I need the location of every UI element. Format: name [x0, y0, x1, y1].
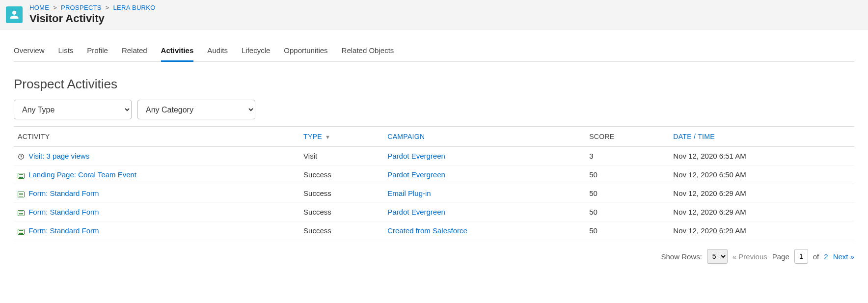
breadcrumb-sep: > [106, 4, 109, 11]
cell-campaign: Pardot Evergreen [383, 147, 585, 165]
type-filter-select[interactable]: Any Type [14, 100, 132, 119]
breadcrumb-name[interactable]: LERA BURKO [113, 4, 156, 11]
col-activity: ACTIVITY [14, 127, 299, 147]
sort-down-icon: ▼ [325, 134, 330, 140]
col-score: SCORE [585, 127, 669, 147]
show-rows-label: Show Rows: [661, 252, 702, 261]
page-input[interactable] [794, 249, 808, 264]
tab-related-objects[interactable]: Related Objects [342, 39, 394, 61]
activity-link[interactable]: Form: Standard Form [28, 189, 99, 197]
activity-link[interactable]: Form: Standard Form [28, 208, 99, 216]
cell-activity: Form: Standard Form [14, 203, 299, 221]
table-row: Form: Standard FormSuccessEmail Plug-in5… [14, 184, 854, 203]
cell-activity: Landing Page: Coral Team Event [14, 165, 299, 184]
activity-link[interactable]: Form: Standard Form [28, 226, 99, 235]
next-link[interactable]: Next » [833, 252, 854, 261]
page-total[interactable]: 2 [824, 252, 828, 261]
col-type[interactable]: TYPE ▼ [299, 127, 383, 147]
cell-datetime: Nov 12, 2020 6:29 AM [669, 203, 854, 221]
page-title: Visitor Activity [29, 12, 156, 25]
rows-per-page-select[interactable]: 5 [707, 249, 728, 264]
tab-lifecycle[interactable]: Lifecycle [242, 39, 270, 61]
document-icon [18, 192, 25, 197]
tab-profile[interactable]: Profile [87, 39, 108, 61]
cell-datetime: Nov 12, 2020 6:29 AM [669, 184, 854, 203]
breadcrumb: HOME > PROSPECTS > LERA BURKO [29, 4, 156, 11]
page-header: HOME > PROSPECTS > LERA BURKO Visitor Ac… [0, 0, 868, 29]
filters: Any Type Any Category [14, 100, 854, 119]
document-icon [18, 210, 25, 216]
cell-datetime: Nov 12, 2020 6:50 AM [669, 165, 854, 184]
of-label: of [813, 252, 819, 261]
tab-lists[interactable]: Lists [58, 39, 74, 61]
cell-score: 50 [585, 221, 669, 240]
col-type-label: TYPE [303, 133, 322, 140]
avatar-icon [6, 6, 23, 23]
tab-activities[interactable]: Activities [161, 39, 194, 61]
document-icon [18, 173, 25, 179]
cell-score: 50 [585, 203, 669, 221]
col-datetime[interactable]: DATE / TIME [669, 127, 854, 147]
cell-score: 50 [585, 165, 669, 184]
campaign-link[interactable]: Pardot Evergreen [387, 208, 445, 216]
cell-datetime: Nov 12, 2020 6:51 AM [669, 147, 854, 165]
cell-score: 3 [585, 147, 669, 165]
breadcrumb-sep: > [53, 4, 57, 11]
cell-type: Success [299, 184, 383, 203]
cell-score: 50 [585, 184, 669, 203]
clock-icon [18, 153, 25, 160]
cell-activity: Form: Standard Form [14, 221, 299, 240]
cell-activity: Visit: 3 page views [14, 147, 299, 165]
header-text: HOME > PROSPECTS > LERA BURKO Visitor Ac… [29, 4, 156, 25]
cell-type: Success [299, 221, 383, 240]
cell-campaign: Email Plug-in [383, 184, 585, 203]
tab-bar: OverviewListsProfileRelatedActivitiesAud… [14, 39, 854, 62]
activity-link[interactable]: Landing Page: Coral Team Event [28, 170, 136, 179]
activity-link[interactable]: Visit: 3 page views [28, 152, 89, 160]
pager: Show Rows: 5 « Previous Page of 2 Next » [14, 249, 854, 264]
cell-campaign: Pardot Evergreen [383, 203, 585, 221]
campaign-link[interactable]: Pardot Evergreen [387, 170, 445, 179]
breadcrumb-prospects[interactable]: PROSPECTS [61, 4, 102, 11]
prev-link[interactable]: « Previous [732, 252, 767, 261]
breadcrumb-home[interactable]: HOME [29, 4, 49, 11]
cell-campaign: Created from Salesforce [383, 221, 585, 240]
tab-overview[interactable]: Overview [14, 39, 45, 61]
campaign-link[interactable]: Created from Salesforce [387, 226, 467, 235]
document-icon [18, 229, 25, 235]
cell-type: Visit [299, 147, 383, 165]
tab-related[interactable]: Related [122, 39, 147, 61]
cell-campaign: Pardot Evergreen [383, 165, 585, 184]
tab-audits[interactable]: Audits [207, 39, 228, 61]
campaign-link[interactable]: Email Plug-in [387, 189, 431, 197]
cell-type: Success [299, 203, 383, 221]
section-title: Prospect Activities [14, 77, 854, 92]
category-filter-select[interactable]: Any Category [137, 100, 255, 119]
table-row: Visit: 3 page viewsVisitPardot Evergreen… [14, 147, 854, 165]
activities-table: ACTIVITY TYPE ▼ CAMPAIGN SCORE DATE / TI… [14, 126, 854, 240]
page-label: Page [772, 252, 789, 261]
table-row: Landing Page: Coral Team EventSuccessPar… [14, 165, 854, 184]
table-row: Form: Standard FormSuccessPardot Evergre… [14, 203, 854, 221]
cell-type: Success [299, 165, 383, 184]
campaign-link[interactable]: Pardot Evergreen [387, 152, 445, 160]
tab-opportunities[interactable]: Opportunities [284, 39, 327, 61]
cell-activity: Form: Standard Form [14, 184, 299, 203]
cell-datetime: Nov 12, 2020 6:29 AM [669, 221, 854, 240]
table-row: Form: Standard FormSuccessCreated from S… [14, 221, 854, 240]
col-campaign[interactable]: CAMPAIGN [383, 127, 585, 147]
